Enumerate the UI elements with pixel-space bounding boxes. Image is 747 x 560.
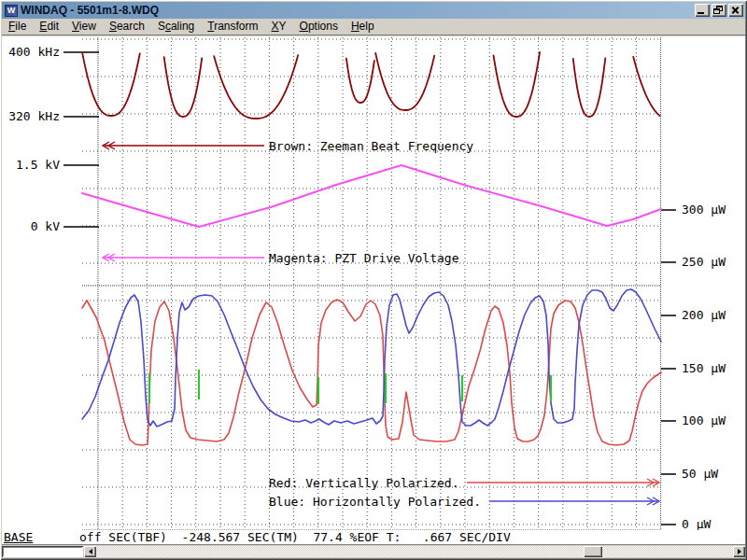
annotation-blue: Blue: Horizontally Polarized. [269,495,481,509]
menu-item-edit[interactable]: Edit [33,19,65,35]
app-window: W WINDAQ - 5501m1-8.WDQ FileEditViewSear… [0,0,747,560]
menu-bar: FileEditViewSearchScalingTransformXYOpti… [2,19,745,35]
trace-zeeman-beat-frequency-segment [214,55,298,119]
scrollbar-thumb[interactable] [584,546,602,557]
scroll-left-button[interactable] [84,546,96,557]
right-tick-label: 150 µW [682,361,726,375]
status-bar: BASE off SEC(TBF) -248.567 SEC(TM) 77.4 … [2,530,745,544]
trace-zeeman-beat-frequency-segment [494,52,541,117]
right-tick-label: 250 µW [682,255,726,269]
minimize-button[interactable] [695,4,710,17]
close-button[interactable] [728,4,743,17]
left-tick-label: 400 kHz [8,45,60,59]
app-icon[interactable]: W [5,5,18,17]
strip-chart: 400 kHz320 kHz1.5 kV0 kV300 µW250 µW200 … [0,36,747,530]
left-tick-label: 1.5 kV [16,158,60,172]
event-marker-box[interactable] [2,546,83,557]
menu-item-xy[interactable]: XY [265,19,293,35]
trace-zeeman-beat-frequency-segment [633,57,660,116]
trace-zeeman-beat-frequency-segment [573,58,606,117]
trace-zeeman-beat-frequency-segment [375,53,434,110]
scroll-left-icon [89,549,92,554]
bottom-scroll-row [2,544,745,557]
restore-button[interactable] [712,4,726,17]
menu-item-options[interactable]: Options [293,19,345,35]
annotation-brown: Brown: Zeeman Beat Frequency [269,139,473,153]
status-base-label[interactable]: BASE [4,530,33,544]
grid [82,37,661,530]
horizontal-scrollbar[interactable] [84,546,745,557]
annotation-magenta: Magenta: PZT Drive Voltage [269,251,459,265]
menu-item-scaling[interactable]: Scaling [151,19,201,35]
traces [82,52,661,445]
left-tick-label: 0 kV [31,219,60,233]
trace-zeeman-beat-frequency-segment [346,59,374,103]
scroll-right-button[interactable] [733,546,745,557]
minimize-icon [698,12,704,14]
menu-item-transform[interactable]: Transform [201,19,264,35]
window-title: WINDAQ - 5501m1-8.WDQ [21,4,693,17]
right-tick-label: 300 µW [682,203,726,217]
title-bar[interactable]: W WINDAQ - 5501m1-8.WDQ [2,2,745,19]
trace-zeeman-beat-frequency-segment [82,53,140,116]
right-tick-label: 100 µW [682,413,726,427]
status-readout: off SEC(TBF) -248.567 SEC(TM) 77.4 %EOF … [79,530,511,544]
left-tick-label: 320 kHz [8,109,60,123]
menu-item-help[interactable]: Help [345,19,381,35]
right-tick-label: 200 µW [682,308,726,322]
right-tick-label: 0 µW [682,517,711,530]
trace-zeeman-beat-frequency-segment [164,57,203,117]
trace-vertically-polarized [82,300,661,445]
menu-item-search[interactable]: Search [103,19,151,35]
chart-area: 400 kHz320 kHz1.5 kV0 kV300 µW250 µW200 … [2,36,745,530]
trace-pzt-drive-voltage [82,165,661,227]
annotation-red: Red: Vertically Polarized. [269,476,459,490]
right-tick-label: 50 µW [682,467,718,481]
menu-item-view[interactable]: View [65,19,103,35]
menu-item-file[interactable]: File [2,19,33,35]
scroll-right-icon [738,549,741,554]
